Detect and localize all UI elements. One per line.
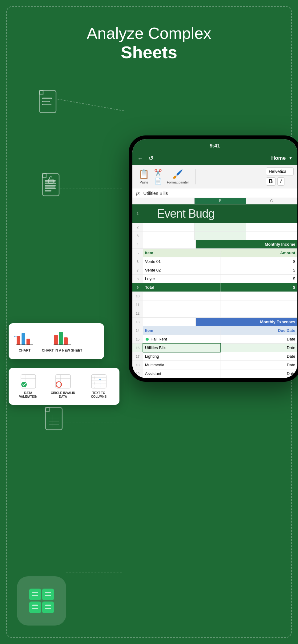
back-button[interactable]: ← — [137, 155, 143, 162]
row-4-num: 4 — [132, 240, 143, 248]
row-14-duedate: Due Date — [220, 326, 298, 335]
svg-rect-46 — [45, 592, 51, 593]
format-painter-group[interactable]: 🖌️ Format painter — [164, 168, 191, 185]
circle-invalid-label: CIRCLE INVALID DATA — [47, 391, 79, 399]
paste-label: Paste — [139, 180, 148, 184]
font-selector[interactable]: Helvetica — [266, 167, 294, 175]
circle-invalid-data-tool[interactable]: CIRCLE INVALID DATA — [47, 374, 79, 399]
row-10-num: 10 — [132, 292, 143, 300]
row-7-amount: $ — [220, 266, 298, 274]
spreadsheet-grid-icon — [28, 587, 55, 615]
svg-marker-32 — [99, 378, 101, 380]
text-to-columns-tool[interactable]: TEXT TO COLUMNS — [85, 374, 113, 399]
svg-rect-51 — [45, 608, 51, 609]
row-6-num: 6 — [132, 257, 143, 266]
cut-copy-group: ✂️ 📄 — [154, 169, 162, 185]
bottom-icon-area — [17, 576, 66, 626]
row-11: 11 — [132, 300, 297, 309]
copy-icon[interactable]: 📄 — [154, 177, 162, 185]
spreadsheet-icon-large — [17, 576, 66, 626]
spreadsheet: B C 1 Event Budg 2 — [132, 198, 297, 378]
data-tools-popup: DATA VALIDATION CIRCLE INVALID DATA — [9, 368, 119, 405]
row-12-a — [143, 309, 220, 317]
row-9-num: 9 — [132, 283, 143, 292]
formula-bar: fx Utilities Bills — [132, 188, 297, 198]
row-12-b — [220, 309, 298, 317]
row-16-duedate: Date — [220, 344, 298, 352]
paste-group[interactable]: 📋 Paste — [136, 168, 152, 185]
phone-screen: 9:41 ← ↺ Home ▼ 📋 Paste — [132, 139, 297, 378]
svg-rect-41 — [42, 589, 54, 600]
row-17-item: Lighting — [143, 352, 220, 360]
bold-button[interactable]: B — [266, 177, 276, 186]
status-time: 9:41 — [210, 143, 220, 149]
row-2: 2 — [132, 223, 297, 231]
row-14-item: Item — [143, 326, 220, 335]
row-13-a — [143, 318, 196, 326]
svg-rect-2 — [42, 101, 50, 102]
row-13: 13 Monthly Expenses — [132, 318, 297, 326]
row-8-num: 8 — [132, 275, 143, 283]
col-c-header: C — [246, 198, 297, 204]
row-3-num: 3 — [132, 231, 143, 240]
svg-rect-50 — [45, 605, 51, 606]
nav-bar: ← ↺ Home ▼ — [132, 151, 297, 165]
row-16-item[interactable]: Utilities Bills — [143, 344, 220, 352]
nav-dropdown-arrow[interactable]: ▼ — [289, 156, 292, 160]
row-11-num: 11 — [132, 300, 143, 309]
row-5-item: Item — [143, 249, 220, 257]
row-2-a — [143, 223, 195, 231]
row-19-item: Assistant — [143, 369, 220, 378]
row-14-num: 14 — [132, 326, 143, 335]
row-18: 18 Multimedia Date — [132, 361, 297, 369]
hero-title-light: Analyze Complex — [87, 24, 211, 42]
svg-rect-48 — [32, 605, 38, 606]
row-5: 5 Item Amount — [132, 249, 297, 257]
row-3: 3 — [132, 231, 297, 240]
svg-rect-1 — [42, 98, 52, 99]
row-13-num: 13 — [132, 318, 143, 326]
undo-button[interactable]: ↺ — [148, 155, 154, 162]
row-4: 4 Monthly Income — [132, 240, 297, 249]
italic-button[interactable]: / — [277, 177, 284, 186]
budget-title-row: 1 Event Budg — [132, 204, 297, 223]
row-16: 16 Utilities Bills Date — [132, 344, 297, 352]
phone-mockup: 9:41 ← ↺ Home ▼ 📋 Paste — [129, 135, 298, 382]
style-row: B / — [266, 177, 294, 186]
chart-popup-item-chart[interactable]: ← CHART — [16, 330, 33, 352]
row-15-num: 15 — [132, 335, 143, 343]
hero-title-bold: Sheets — [0, 42, 298, 62]
svg-rect-8 — [45, 188, 55, 189]
row-11-a — [143, 300, 220, 309]
row-18-item: Multimedia — [143, 361, 220, 369]
row-5-num: 5 — [132, 249, 143, 257]
svg-rect-7 — [45, 185, 55, 186]
budget-title-text: Event Budg — [143, 205, 218, 223]
row-16-num: 16 — [132, 344, 143, 352]
row-2-b — [195, 223, 246, 231]
chart-new-sheet-label: CHART IN A NEW SHEET — [42, 348, 82, 352]
row-15-item: Hall Rent — [143, 335, 220, 343]
row-17-num: 17 — [132, 352, 143, 360]
row-10-b — [220, 292, 298, 300]
data-validation-tool[interactable]: DATA VALIDATION — [15, 374, 41, 399]
format-painter-label: Format painter — [167, 180, 189, 184]
row-11-b — [220, 300, 298, 309]
green-dot-indicator — [145, 337, 149, 341]
status-bar: 9:41 — [132, 139, 297, 151]
row-2-num: 2 — [132, 223, 143, 231]
row-19-duedate: Date — [220, 369, 298, 378]
row-2-c — [246, 223, 297, 231]
connector-3 — [63, 422, 119, 422]
row-9-total: Total — [143, 283, 220, 292]
phone-wrapper: 9:41 ← ↺ Home ▼ 📋 Paste — [129, 135, 298, 382]
font-section: Helvetica B / — [266, 167, 294, 186]
row-10-a — [143, 292, 220, 300]
svg-point-22 — [21, 382, 27, 387]
row-1-num: 1 — [132, 212, 143, 215]
chart-popup-item-new-sheet[interactable]: CHART IN A NEW SHEET — [42, 330, 82, 352]
svg-rect-23 — [56, 375, 70, 388]
cut-icon[interactable]: ✂️ — [154, 169, 162, 176]
svg-rect-45 — [32, 595, 38, 596]
doc-icon-2 — [40, 172, 62, 198]
